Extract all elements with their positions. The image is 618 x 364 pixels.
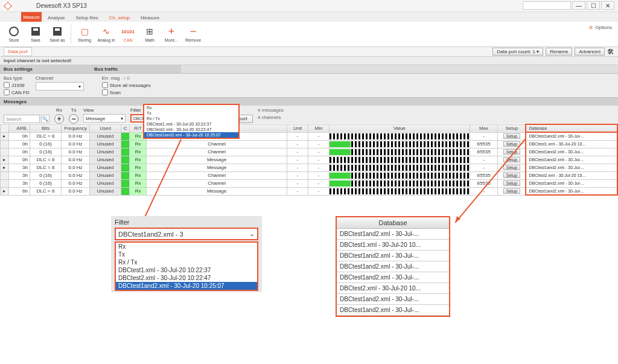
rt-cell[interactable]: Rx [130,187,147,195]
color-cell[interactable] [121,171,130,179]
rt-cell[interactable]: Rx [130,148,147,156]
tab-setup-files[interactable]: Setup files [73,14,100,22]
table-row[interactable]: ▸ 3h DLC = 8 0.0 Hz Unused Rx Message - … [1,164,618,171]
col-value[interactable]: Value [329,124,470,132]
color-cell[interactable] [121,148,130,156]
close-button[interactable]: ✕ [601,1,614,10]
rename-button[interactable]: Rename [546,48,572,56]
zoom-filter-item[interactable]: Rx [116,243,257,251]
col-min[interactable]: Min [308,124,329,132]
color-cell[interactable] [121,164,130,171]
tab-analyse[interactable]: Analyse [45,14,67,22]
used-toggle[interactable]: Unused [89,164,121,171]
wave-icon: ∿ [101,26,112,37]
rt-cell[interactable]: Rx [130,156,147,164]
j1939-checkbox[interactable] [4,82,10,88]
used-toggle[interactable]: Unused [89,171,121,179]
col-used[interactable]: Used [89,124,121,132]
view-label: View [83,107,126,113]
rt-cell[interactable]: Rx [130,140,147,148]
filter-option[interactable]: DBCtest1.xml - 30-Jul-20 10:22:37 [144,121,238,127]
col-max[interactable]: Max [470,124,498,132]
zoom-filter-item[interactable]: DBCtest1.xml - 30-Jul-20 10:22:37 [116,266,257,274]
rt-cell[interactable]: Rx [130,171,147,179]
tab-ch-setup[interactable]: Ch. setup [107,14,132,22]
canfd-checkbox[interactable] [4,89,10,95]
color-cell[interactable] [121,187,130,195]
search-input[interactable]: Search [4,115,40,123]
scan-checkbox[interactable] [102,89,108,95]
save-as-icon [53,27,62,36]
data-port-count-select[interactable]: Data port count: 1 ▾ [492,48,543,56]
minimize-button[interactable]: — [572,1,585,10]
store-all-checkbox[interactable] [102,82,108,88]
search-icon[interactable]: 🔍 [41,115,49,123]
database-cell: DBCtest2.xml - 30-Jul-20 10... [526,171,617,179]
maximize-button[interactable]: ☐ [587,1,600,10]
record-icon [9,27,19,36]
zoom-filter-item[interactable]: Tx [116,251,257,258]
table-row[interactable]: 0h 0 (16) 0.0 Hz Unused Rx Channel - - 6… [1,148,618,156]
storing-button[interactable]: ▢Storing [74,23,95,46]
table-row[interactable]: 0h 0 (16) 0.0 Hz Unused Rx Channel - - 6… [1,140,618,148]
analog-in-button[interactable]: ∿Analog in [96,23,116,46]
wrench-icon[interactable]: 🛠 [607,48,614,56]
more-button[interactable]: +More... [161,23,182,46]
rt-cell[interactable]: Rx [130,179,147,187]
remove-button[interactable]: −Remove [183,23,203,46]
color-cell[interactable] [121,179,130,187]
options-link[interactable]: Options [590,24,612,31]
channel-select[interactable]: ▾ [36,82,84,91]
col-database[interactable]: Database [526,124,617,132]
col-freq[interactable]: Frequency [62,124,90,132]
used-toggle[interactable]: Unused [89,179,121,187]
table-row[interactable]: 3h 0 (16) 0.0 Hz Unused Rx Channel - - 6… [1,171,618,179]
color-cell[interactable] [121,132,130,140]
filter-option[interactable]: Rx / Tx [144,116,238,121]
col-arb[interactable]: ARB. [8,124,30,132]
save-button[interactable]: Save [25,23,46,46]
table-row[interactable]: ▸ 0h DLC = 8 0.0 Hz Unused Rx Message - … [1,156,618,164]
filter-option-selected[interactable]: DBCtest1and2.xml - 30-Jul-20 10:25:07 [144,132,238,138]
filter-option[interactable]: DBCtest2.xml - 30-Jul-20 10:22:47 [144,127,238,132]
bus-traffic-header: Bus traffic [91,65,181,73]
zoom-filter-item[interactable]: Rx / Tx [116,258,257,266]
rt-cell[interactable]: Rx [130,164,147,171]
app-title: Dewesoft X3 SP13 [36,2,87,9]
col-unit[interactable]: Unit [287,124,308,132]
store-button[interactable]: Store [4,23,24,46]
col-setup[interactable]: Setup [498,124,526,132]
col-bits[interactable]: Bits [30,124,61,132]
used-toggle[interactable]: Unused [89,140,121,148]
tab-measure-active[interactable]: Measure [21,12,42,22]
used-toggle[interactable]: Unused [89,148,121,156]
filter-option[interactable]: Tx [144,110,238,116]
zoom-filter-item[interactable]: DBCtest2.xml - 30-Jul-20 10:22:47 [116,274,257,282]
zoom-filter-select[interactable]: DBCtest1and2.xml - 3⌄ [115,228,258,240]
math-button[interactable]: ⊞Math [139,23,160,46]
add-rx-button[interactable]: + [54,114,64,124]
col-c[interactable]: C [121,124,130,132]
used-toggle[interactable]: Unused [89,187,121,195]
zoom-filter-list: Rx Tx Rx / Tx DBCtest1.xml - 30-Jul-20 1… [115,241,258,291]
remove-tx-button[interactable]: − [69,114,78,124]
table-row[interactable]: ▸ 6h DLC = 8 0.0 Hz Unused Rx Message - … [1,187,618,195]
filter-option[interactable]: Rx [144,105,238,110]
table-row[interactable]: 3h 0 (16) 0.0 Hz Unused Rx Channel - - 6… [1,179,618,187]
setup-button: Setup [503,173,520,178]
tab-measure[interactable]: Measure [138,14,162,22]
database-cell: DBCtest1and2.xml - 30-Jul-... [526,179,617,187]
advanced-button[interactable]: Advanced [575,48,605,56]
color-cell[interactable] [121,140,130,148]
titlebar-search-input[interactable] [523,1,571,10]
setup-button: Setup [503,180,520,186]
zoom-filter-item-selected[interactable]: DBCtest1and2.xml - 30-Jul-20 10:25:07 [116,282,257,290]
view-select[interactable]: Message▾ [83,114,126,123]
color-cell[interactable] [121,156,130,164]
data-port-tab[interactable]: Data port [4,47,32,56]
used-toggle[interactable]: Unused [89,156,121,164]
can-button[interactable]: 10101CAN [118,23,138,46]
save-as-button[interactable]: Save as [47,23,68,46]
used-toggle[interactable]: Unused [89,132,121,140]
filter-dropdown-list[interactable]: Rx Tx Rx / Tx DBCtest1.xml - 30-Jul-20 1… [143,104,240,139]
